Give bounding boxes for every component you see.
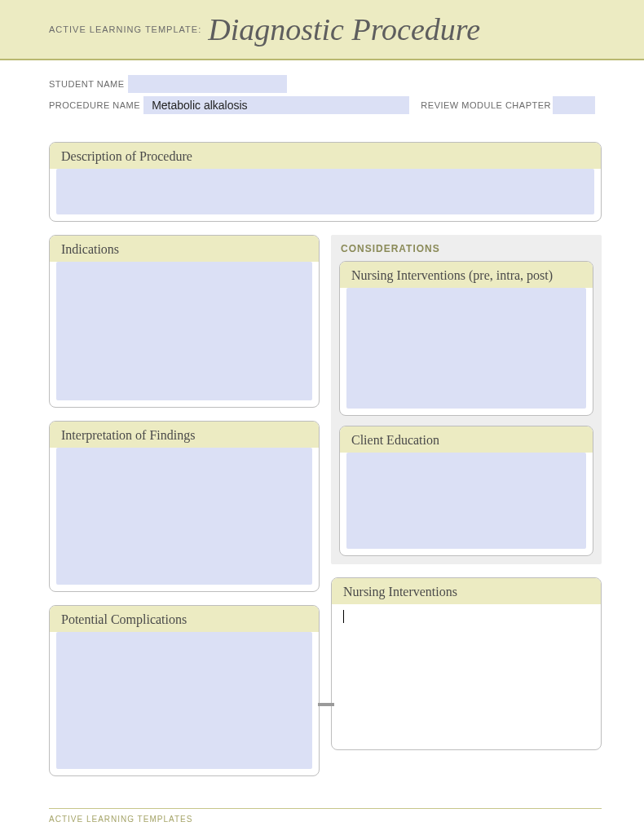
procedure-row: PROCEDURE NAME Metabolic alkalosis REVIE…	[49, 96, 595, 114]
description-body[interactable]	[56, 169, 594, 214]
template-prefix: ACTIVE LEARNING TEMPLATE:	[49, 24, 201, 34]
interpretation-title: Interpretation of Findings	[50, 422, 319, 448]
page-title: Diagnostic Procedure	[208, 11, 480, 47]
footer-text: ACTIVE LEARNING TEMPLATES	[49, 815, 192, 824]
considerations-label: CONSIDERATIONS	[339, 235, 593, 261]
nursing-interventions-body[interactable]	[338, 604, 594, 743]
chapter-label: REVIEW MODULE CHAPTER	[421, 100, 551, 110]
indications-title: Indications	[50, 236, 319, 262]
nursing-interventions-box: Nursing Interventions	[331, 577, 602, 750]
text-cursor-icon	[343, 610, 344, 623]
potential-complications-title: Potential Complications	[50, 606, 319, 632]
indications-body[interactable]	[56, 262, 312, 400]
nursing-pre-body[interactable]	[346, 288, 586, 409]
nursing-interventions-title: Nursing Interventions	[332, 578, 601, 604]
client-education-box: Client Education	[339, 426, 593, 556]
potential-complications-body[interactable]	[56, 632, 312, 769]
nursing-pre-box: Nursing Interventions (pre, intra, post)	[339, 261, 593, 416]
client-education-body[interactable]	[346, 453, 586, 549]
header-banner: ACTIVE LEARNING TEMPLATE: Diagnostic Pro…	[0, 0, 644, 60]
indications-box: Indications	[49, 235, 320, 408]
content-area: Description of Procedure Indications Int…	[0, 126, 644, 789]
procedure-name-label: PROCEDURE NAME	[49, 100, 140, 110]
chapter-field[interactable]	[553, 96, 595, 114]
footer: ACTIVE LEARNING TEMPLATES	[49, 808, 602, 825]
student-name-label: STUDENT NAME	[49, 79, 125, 89]
potential-complications-box: Potential Complications	[49, 605, 320, 776]
nursing-pre-title: Nursing Interventions (pre, intra, post)	[340, 262, 593, 288]
considerations-panel: CONSIDERATIONS Nursing Interventions (pr…	[331, 235, 602, 564]
client-education-title: Client Education	[340, 426, 593, 453]
divider-stub	[318, 703, 334, 706]
meta-section: STUDENT NAME PROCEDURE NAME Metabolic al…	[0, 60, 644, 126]
description-box: Description of Procedure	[49, 142, 602, 222]
description-title: Description of Procedure	[50, 143, 601, 169]
procedure-name-field[interactable]: Metabolic alkalosis	[143, 96, 409, 114]
interpretation-body[interactable]	[56, 448, 312, 585]
interpretation-box: Interpretation of Findings	[49, 421, 320, 592]
student-name-field[interactable]	[128, 75, 287, 93]
student-row: STUDENT NAME	[49, 75, 595, 93]
